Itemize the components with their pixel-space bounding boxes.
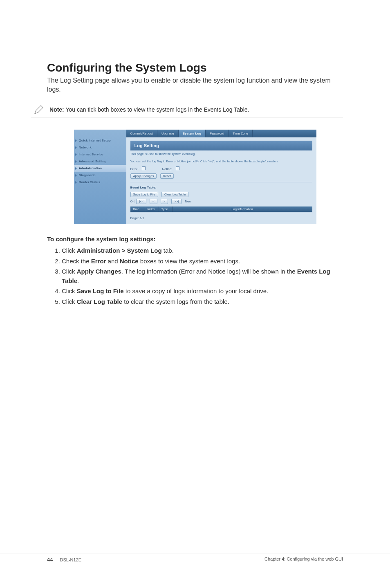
th-type: Type — [159, 206, 173, 212]
footer-model: DSL-N12E — [60, 557, 82, 562]
apply-changes-button[interactable]: Apply Changes — [130, 173, 157, 179]
th-index: Index — [145, 206, 159, 212]
nav-last-button[interactable]: >>| — [171, 199, 182, 204]
note-label: Note: — [49, 106, 64, 113]
sidebar-item-internet-service[interactable]: Internet Service — [74, 151, 126, 158]
error-checkbox[interactable] — [142, 166, 146, 170]
page-info: Page: 1/1 — [130, 216, 312, 220]
nav-next-button[interactable]: > — [161, 199, 168, 204]
th-log-info: Log Information — [173, 206, 312, 212]
tab-system-log[interactable]: System Log — [179, 130, 206, 137]
notice-label: Notice: — [162, 167, 172, 171]
instructions-list: Click Administration > System Log tab. C… — [47, 246, 343, 306]
event-log-table-label: Event Log Table: — [130, 186, 312, 189]
panel-desc1: This page is used to show the system eve… — [130, 152, 312, 156]
sidebar-item-administration[interactable]: Administration — [74, 165, 126, 172]
router-sidebar: Quick Internet Setup Network Internet Se… — [74, 130, 126, 224]
pencil-icon — [31, 104, 47, 115]
sidebar-item-network[interactable]: Network — [74, 144, 126, 151]
tab-upgrade[interactable]: Upgrade — [157, 130, 179, 137]
page-heading: Configuring the System Logs — [47, 61, 343, 74]
note-box: Note: You can tick both boxes to view th… — [31, 102, 343, 117]
instructions-heading: To configure the system log settings: — [47, 236, 343, 242]
tab-time-zone[interactable]: Time Zone — [229, 130, 253, 137]
step-4: Click Save Log to File to save a copy of… — [62, 286, 343, 296]
sidebar-item-quick-setup[interactable]: Quick Internet Setup — [74, 137, 126, 144]
error-label: Error: — [130, 167, 139, 171]
sidebar-item-diagnostic[interactable]: Diagnostic — [74, 172, 126, 179]
step-2: Check the Error and Notice boxes to view… — [62, 256, 343, 266]
panel-desc2: You can set the log flag to Error or Not… — [130, 159, 312, 164]
nav-prev-button[interactable]: < — [150, 199, 157, 204]
clear-log-button[interactable]: Clear Log Table — [161, 192, 188, 197]
tab-password[interactable]: Password — [206, 130, 229, 137]
step-3: Click Apply Changes. The log information… — [62, 267, 343, 286]
router-screenshot: Quick Internet Setup Network Internet Se… — [74, 130, 316, 224]
notice-checkbox[interactable] — [176, 166, 179, 170]
old-label: Old — [130, 200, 135, 203]
th-time: Time — [130, 206, 145, 212]
new-label: New — [185, 200, 191, 203]
step-1: Click Administration > System Log tab. — [62, 246, 343, 255]
intro-text: The Log Setting page allows you to enabl… — [47, 76, 343, 94]
page-footer: 44 DSL-N12E Chapter 4: Configuring via t… — [0, 554, 390, 563]
reset-button[interactable]: Reset — [160, 173, 174, 179]
note-body: You can tick both boxes to view the syst… — [64, 106, 249, 113]
tab-commit-reboot[interactable]: Commit/Reboot — [126, 130, 158, 137]
panel-title: Log Setting — [130, 141, 312, 150]
nav-first-button[interactable]: |<< — [136, 199, 146, 204]
footer-chapter: Chapter 4: Configuring via the web GUI — [264, 557, 343, 563]
router-tabs: Commit/Reboot Upgrade System Log Passwor… — [126, 130, 316, 137]
save-log-button[interactable]: Save Log to File — [130, 192, 158, 197]
sidebar-item-advanced[interactable]: Advanced Setting — [74, 158, 126, 165]
page-number: 44 — [47, 557, 53, 563]
step-5: Click Clear Log Table to clear the syste… — [62, 297, 343, 306]
sidebar-item-router-status[interactable]: Router Status — [74, 179, 126, 186]
